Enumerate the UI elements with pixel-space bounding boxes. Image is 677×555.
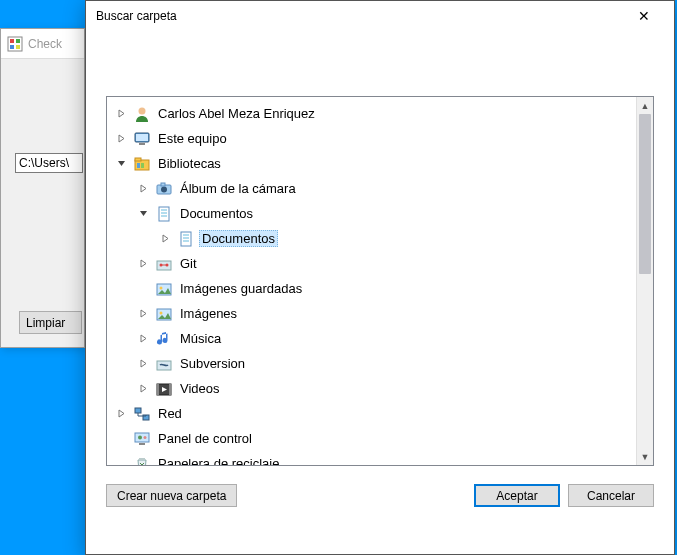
expand-icon[interactable]	[117, 109, 131, 118]
svg-rect-34	[157, 384, 159, 395]
tree-item[interactable]: Este equipo	[107, 126, 636, 151]
tree-item[interactable]: Música	[107, 326, 636, 351]
svg-point-29	[160, 286, 163, 289]
git-icon	[155, 255, 173, 273]
tree-item[interactable]: Imágenes guardadas	[107, 276, 636, 301]
collapse-icon[interactable]	[117, 159, 131, 168]
close-button[interactable]: ✕	[624, 3, 664, 29]
spacer	[106, 51, 654, 96]
tree-item[interactable]: Git	[107, 251, 636, 276]
svg-point-5	[139, 107, 146, 114]
tree-item-label: Este equipo	[155, 130, 230, 147]
tree-item[interactable]: Documentos	[107, 226, 636, 251]
background-window: Check Limpiar	[0, 28, 85, 348]
camera-icon	[155, 180, 173, 198]
expand-icon[interactable]	[139, 384, 153, 393]
new-folder-button[interactable]: Crear nueva carpeta	[106, 484, 237, 507]
tree-item[interactable]: Álbum de la cámara	[107, 176, 636, 201]
tree-item[interactable]: Panel de control	[107, 426, 636, 451]
libraries-icon	[133, 155, 151, 173]
expand-icon[interactable]	[139, 259, 153, 268]
tree-item-label: Documentos	[177, 205, 256, 222]
svg-point-14	[161, 186, 167, 192]
folder-tree[interactable]: Carlos Abel Meza EnriquezEste equipoBibl…	[107, 97, 636, 465]
docs-icon	[177, 230, 195, 248]
dialog-content: Carlos Abel Meza EnriquezEste equipoBibl…	[86, 31, 674, 554]
expand-icon[interactable]	[117, 409, 131, 418]
images-icon	[155, 305, 173, 323]
expand-icon[interactable]	[139, 334, 153, 343]
svg-rect-36	[135, 408, 141, 413]
tree-item[interactable]: Subversion	[107, 351, 636, 376]
svg-rect-11	[137, 163, 140, 168]
svg-rect-35	[169, 384, 171, 395]
background-title: Check	[28, 37, 62, 51]
scroll-thumb[interactable]	[639, 114, 651, 274]
browse-folder-dialog: Buscar carpeta ✕ Carlos Abel Meza Enriqu…	[85, 0, 675, 555]
music-icon	[155, 330, 173, 348]
clear-button[interactable]: Limpiar	[19, 311, 82, 334]
svg-rect-3	[10, 45, 14, 49]
svg-rect-2	[16, 39, 20, 43]
tree-item-label: Papelera de reciclaje	[155, 455, 282, 465]
svg-point-39	[138, 435, 142, 439]
scroll-up-arrow[interactable]: ▲	[637, 97, 653, 114]
tree-item[interactable]: Videos	[107, 376, 636, 401]
folder-tree-container: Carlos Abel Meza EnriquezEste equipoBibl…	[106, 96, 654, 466]
svg-rect-1	[10, 39, 14, 43]
tree-item[interactable]: Imágenes	[107, 301, 636, 326]
svg-point-31	[160, 311, 163, 314]
tree-item-label: Imágenes	[177, 305, 240, 322]
tree-item-label: Documentos	[199, 230, 278, 247]
path-field[interactable]	[15, 153, 83, 173]
svg-rect-10	[135, 158, 141, 161]
tree-item-label: Red	[155, 405, 185, 422]
tree-item-label: Git	[177, 255, 200, 272]
svg-rect-42	[139, 458, 145, 460]
tree-item-label: Imágenes guardadas	[177, 280, 305, 297]
scroll-down-arrow[interactable]: ▼	[637, 448, 653, 465]
tree-item[interactable]: Red	[107, 401, 636, 426]
control-icon	[133, 430, 151, 448]
tree-item-label: Videos	[177, 380, 223, 397]
computer-icon	[133, 130, 151, 148]
app-icon	[7, 36, 23, 52]
network-icon	[133, 405, 151, 423]
svg-rect-8	[139, 143, 145, 145]
expand-icon[interactable]	[139, 359, 153, 368]
svg-rect-4	[16, 45, 20, 49]
tree-item[interactable]: Bibliotecas	[107, 151, 636, 176]
dialog-buttons: Crear nueva carpeta Aceptar Cancelar	[106, 466, 654, 521]
docs-icon	[155, 205, 173, 223]
close-icon: ✕	[638, 8, 650, 24]
expand-icon[interactable]	[117, 134, 131, 143]
recycle-icon	[133, 455, 151, 466]
svn-icon	[155, 355, 173, 373]
cancel-button[interactable]: Cancelar	[568, 484, 654, 507]
dialog-titlebar: Buscar carpeta ✕	[86, 1, 674, 31]
tree-item-label: Panel de control	[155, 430, 255, 447]
tree-item[interactable]: Carlos Abel Meza Enriquez	[107, 101, 636, 126]
dialog-title: Buscar carpeta	[96, 9, 624, 23]
tree-item-label: Subversion	[177, 355, 248, 372]
background-titlebar: Check	[1, 29, 84, 59]
svg-rect-16	[159, 207, 169, 221]
tree-item[interactable]: Papelera de reciclaje	[107, 451, 636, 465]
tree-item-label: Música	[177, 330, 224, 347]
svg-rect-41	[139, 443, 145, 445]
tree-item[interactable]: Documentos	[107, 201, 636, 226]
expand-icon[interactable]	[139, 309, 153, 318]
svg-rect-12	[141, 163, 144, 168]
tree-item-label: Carlos Abel Meza Enriquez	[155, 105, 318, 122]
svg-rect-15	[161, 183, 165, 186]
tree-item-label: Álbum de la cámara	[177, 180, 299, 197]
user-icon	[133, 105, 151, 123]
images-icon	[155, 280, 173, 298]
expand-icon[interactable]	[161, 234, 175, 243]
tree-item-label: Bibliotecas	[155, 155, 224, 172]
svg-rect-7	[136, 134, 148, 141]
expand-icon[interactable]	[139, 184, 153, 193]
scrollbar[interactable]: ▲ ▼	[636, 97, 653, 465]
collapse-icon[interactable]	[139, 209, 153, 218]
accept-button[interactable]: Aceptar	[474, 484, 560, 507]
